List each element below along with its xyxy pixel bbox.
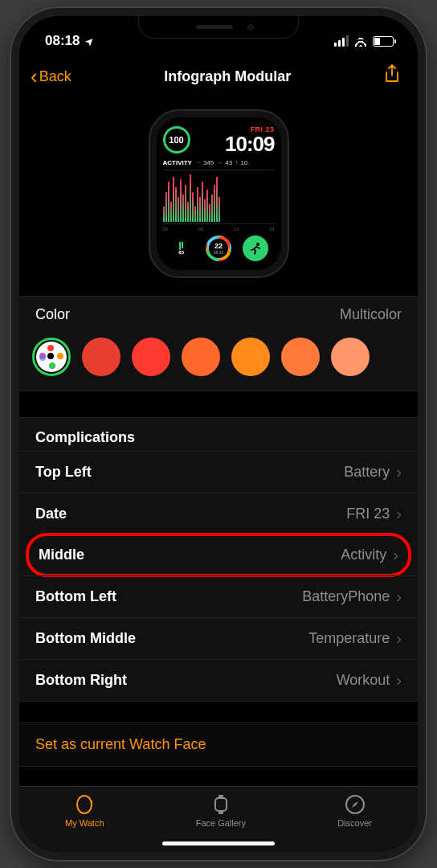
notch bbox=[138, 16, 299, 39]
tab-my-watch[interactable]: My Watch bbox=[65, 793, 104, 828]
page-title: Infograph Modular bbox=[164, 68, 291, 85]
complication-row-middle[interactable]: Middle Activity › bbox=[26, 533, 411, 577]
back-button[interactable]: ‹ Back bbox=[31, 66, 71, 87]
watch-icon bbox=[73, 793, 96, 816]
set-as-current-button[interactable]: Set as current Watch Face bbox=[19, 723, 418, 767]
tab-face-gallery[interactable]: Face Gallery bbox=[196, 793, 246, 828]
watch-preview: 100 FRI 23 10:09 ACTIVITY →345 →43 ↑10 bbox=[19, 95, 418, 296]
tab-discover[interactable]: Discover bbox=[337, 793, 372, 828]
complication-bottom-middle-preview: 22 18 31 bbox=[206, 235, 231, 261]
color-swatch[interactable] bbox=[182, 338, 220, 376]
chevron-left-icon: ‹ bbox=[31, 66, 38, 87]
share-button[interactable] bbox=[384, 64, 400, 88]
chevron-right-icon: › bbox=[396, 629, 402, 648]
complication-value: Workout bbox=[337, 672, 390, 689]
status-time: 08:18 bbox=[45, 33, 80, 49]
color-swatch[interactable] bbox=[132, 338, 170, 376]
chevron-right-icon: › bbox=[396, 463, 402, 481]
color-swatch[interactable] bbox=[231, 338, 270, 376]
complication-label: Middle bbox=[39, 547, 84, 563]
cellular-signal-icon bbox=[334, 35, 349, 47]
complication-value: BatteryPhone bbox=[302, 588, 390, 605]
color-section: Color Multicolor bbox=[19, 296, 418, 391]
complication-value: Activity bbox=[341, 547, 386, 563]
color-label: Color bbox=[35, 306, 70, 323]
compass-icon bbox=[344, 793, 366, 816]
complication-value: Battery bbox=[344, 464, 390, 481]
chevron-right-icon: › bbox=[396, 588, 402, 606]
color-swatch-multicolor[interactable] bbox=[32, 338, 71, 376]
complication-label: Date bbox=[35, 506, 67, 522]
complication-row-date[interactable]: Date FRI 23 › bbox=[19, 493, 418, 534]
nav-header: ‹ Back Infograph Modular bbox=[19, 55, 418, 95]
complication-value: Temperature bbox=[308, 630, 390, 647]
tab-label: My Watch bbox=[65, 818, 104, 828]
graph-tick-labels: 00 06 12 18 bbox=[163, 227, 275, 231]
complications-section: Complications Top Left Battery › Date FR… bbox=[19, 417, 418, 702]
activity-graph bbox=[163, 170, 275, 224]
back-label: Back bbox=[39, 68, 71, 85]
tab-label: Discover bbox=[337, 818, 372, 828]
complication-label: Top Left bbox=[35, 464, 92, 481]
chevron-right-icon: › bbox=[393, 546, 398, 564]
svg-rect-2 bbox=[91, 800, 92, 804]
chevron-right-icon: › bbox=[396, 505, 402, 523]
svg-rect-4 bbox=[218, 795, 223, 797]
complication-top-left-preview: 100 bbox=[163, 126, 190, 154]
tab-label: Face Gallery bbox=[196, 818, 246, 828]
color-swatch-list[interactable] bbox=[19, 331, 418, 391]
wifi-icon bbox=[353, 35, 368, 47]
complication-row-top-left[interactable]: Top Left Battery › bbox=[19, 451, 418, 493]
svg-point-0 bbox=[256, 243, 259, 246]
gallery-icon bbox=[210, 793, 232, 816]
complications-header: Complications bbox=[19, 418, 418, 451]
home-indicator[interactable] bbox=[162, 841, 275, 845]
svg-point-1 bbox=[77, 796, 92, 813]
complication-label: Bottom Right bbox=[35, 672, 127, 689]
complication-label: Bottom Left bbox=[35, 588, 116, 605]
ring-value: 100 bbox=[169, 135, 183, 145]
complication-row-bottom-left[interactable]: Bottom Left BatteryPhone › bbox=[19, 575, 418, 617]
screen: 08:18 ‹ Back Infograph Modular bbox=[19, 16, 418, 852]
phone-frame: 08:18 ‹ Back Infograph Modular bbox=[11, 8, 426, 860]
complication-middle-preview: ACTIVITY →345 →43 ↑10 bbox=[163, 159, 275, 166]
color-swatch[interactable] bbox=[281, 338, 320, 376]
color-row[interactable]: Color Multicolor bbox=[19, 297, 418, 331]
color-swatch[interactable] bbox=[82, 338, 120, 376]
complication-row-bottom-right[interactable]: Bottom Right Workout › bbox=[19, 659, 418, 701]
chevron-right-icon: › bbox=[396, 671, 402, 690]
share-icon bbox=[384, 64, 400, 84]
complication-bottom-left-preview: 85 bbox=[169, 235, 194, 261]
svg-rect-3 bbox=[215, 798, 227, 811]
watchface-time: 10:09 bbox=[225, 133, 275, 154]
complication-bottom-right-preview bbox=[243, 235, 268, 261]
tab-bar: My Watch Face Gallery Discover bbox=[19, 786, 418, 852]
color-value: Multicolor bbox=[340, 306, 402, 323]
complication-row-bottom-middle[interactable]: Bottom Middle Temperature › bbox=[19, 617, 418, 659]
color-swatch[interactable] bbox=[331, 338, 370, 376]
watch-case[interactable]: 100 FRI 23 10:09 ACTIVITY →345 →43 ↑10 bbox=[149, 109, 289, 278]
location-icon bbox=[83, 33, 96, 50]
running-icon bbox=[249, 242, 262, 255]
complication-value: FRI 23 bbox=[346, 506, 390, 522]
svg-rect-5 bbox=[218, 812, 223, 814]
complication-label: Bottom Middle bbox=[35, 630, 136, 647]
battery-icon bbox=[373, 36, 394, 47]
